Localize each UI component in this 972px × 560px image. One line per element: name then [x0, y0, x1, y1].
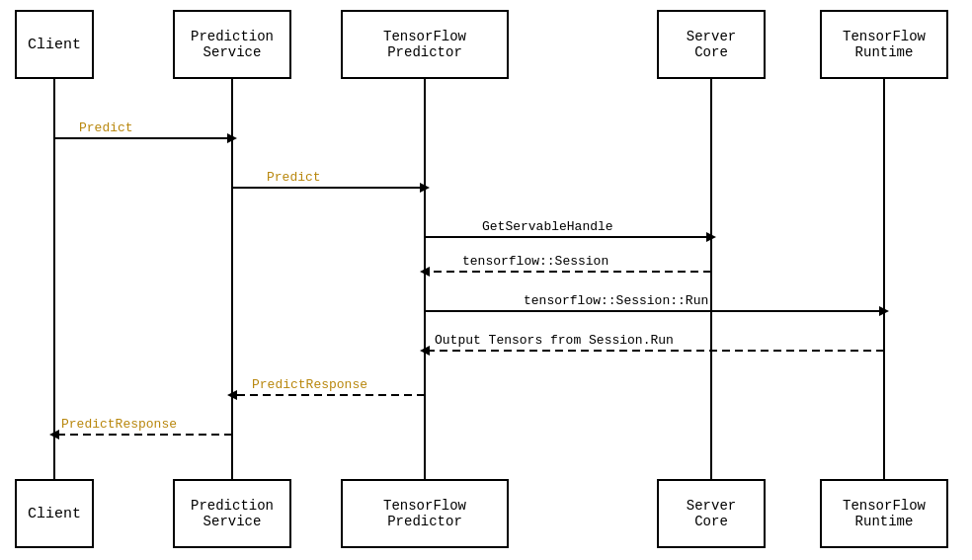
actor-prediction-service-bottom: Prediction Service: [173, 479, 291, 548]
actor-tensorflow-runtime-top: TensorFlow Runtime: [820, 10, 948, 79]
svg-marker-10: [706, 232, 716, 242]
msg-label-predict2: Predict: [267, 170, 321, 185]
actor-server-core-top: Server Core: [657, 10, 766, 79]
msg-label-predict1: Predict: [79, 120, 133, 135]
actor-client-top: Client: [15, 10, 94, 79]
msg-label-predict-response2: PredictResponse: [61, 417, 177, 432]
actor-tensorflow-predictor-bottom: TensorFlow Predictor: [341, 479, 509, 548]
actor-tensorflow-predictor-top: TensorFlow Predictor: [341, 10, 509, 79]
msg-label-output-tensors: Output Tensors from Session.Run: [435, 333, 674, 348]
msg-label-predict-response1: PredictResponse: [252, 377, 367, 392]
svg-marker-16: [420, 346, 430, 356]
msg-label-tf-session-run: tensorflow::Session::Run: [524, 293, 708, 308]
svg-marker-12: [420, 267, 430, 277]
svg-marker-20: [49, 430, 59, 440]
actor-tensorflow-runtime-bottom: TensorFlow Runtime: [820, 479, 948, 548]
actor-client-bottom: Client: [15, 479, 94, 548]
sequence-diagram: Client Prediction Service TensorFlow Pre…: [0, 0, 972, 560]
svg-marker-8: [420, 183, 430, 193]
actor-server-core-bottom: Server Core: [657, 479, 766, 548]
sequence-arrows: [0, 0, 972, 560]
msg-label-get-servable: GetServableHandle: [482, 219, 613, 234]
msg-label-tf-session: tensorflow::Session: [462, 254, 608, 269]
svg-marker-14: [879, 306, 889, 316]
actor-prediction-service-top: Prediction Service: [173, 10, 291, 79]
svg-marker-6: [227, 133, 237, 143]
svg-marker-18: [227, 390, 237, 400]
